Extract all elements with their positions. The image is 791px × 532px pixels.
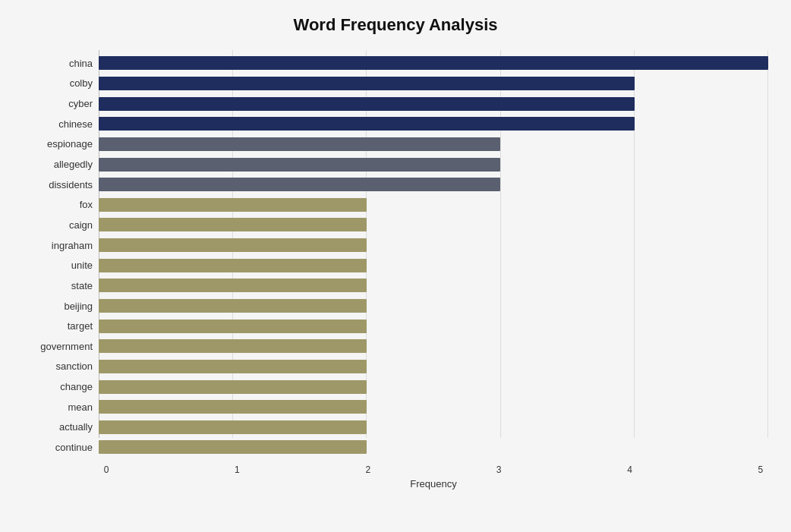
y-label: beijing — [64, 297, 93, 314]
y-label: state — [71, 277, 93, 294]
bar-row — [99, 115, 768, 132]
bar — [99, 440, 367, 454]
bar-row — [99, 318, 768, 335]
bar — [99, 400, 367, 414]
x-axis-label: 0 — [99, 464, 114, 475]
x-axis-label: 4 — [622, 464, 638, 475]
y-label: dissidents — [49, 176, 93, 193]
y-label: target — [68, 318, 93, 335]
bar-row — [99, 197, 768, 213]
y-label: change — [60, 379, 93, 395]
y-label: government — [40, 338, 93, 354]
bar-row — [99, 75, 768, 92]
bar-row — [99, 297, 768, 314]
bar — [99, 360, 367, 373]
y-label: mean — [68, 398, 93, 415]
x-axis-label: 3 — [491, 464, 506, 475]
bars-container — [99, 50, 768, 461]
bar — [99, 279, 367, 292]
bar-row — [99, 277, 768, 294]
bar-row — [99, 55, 768, 71]
bar — [99, 420, 367, 434]
bar-row — [99, 439, 768, 455]
bar — [99, 259, 367, 272]
y-axis: chinacolbycyberchineseespionageallegedly… — [23, 50, 99, 461]
bar — [99, 339, 367, 353]
bar — [99, 218, 367, 231]
bar — [99, 77, 635, 90]
y-label: fox — [80, 197, 93, 213]
bar-row — [99, 257, 768, 274]
y-label: ingraham — [52, 237, 93, 253]
bar — [99, 137, 500, 151]
x-axis-label: 5 — [753, 464, 768, 475]
bar — [99, 380, 367, 394]
y-label: cyber — [68, 96, 93, 112]
bar — [99, 299, 367, 313]
bar-row — [99, 358, 768, 375]
x-axis-title: Frequency — [99, 478, 768, 490]
bar-row — [99, 156, 768, 173]
bar-row — [99, 176, 768, 193]
y-label: actually — [59, 419, 93, 436]
bar-row — [99, 338, 768, 354]
bar — [99, 117, 635, 131]
bar — [99, 198, 367, 212]
bar-row — [99, 136, 768, 153]
bar-row — [99, 216, 768, 233]
y-label: continue — [55, 439, 93, 455]
bar — [99, 97, 635, 111]
x-axis-label: 1 — [229, 464, 244, 475]
bar-row — [99, 419, 768, 436]
bar — [99, 158, 500, 172]
bottom-area: 012345 Frequency — [99, 461, 768, 490]
bar-row — [99, 379, 768, 395]
y-label: espionage — [47, 136, 93, 153]
bar-row — [99, 398, 768, 415]
bars-and-grid — [99, 50, 768, 461]
bar-row — [99, 96, 768, 112]
y-label: china — [69, 55, 93, 71]
chart-area: chinacolbycyberchineseespionageallegedly… — [23, 50, 768, 461]
bar — [99, 238, 367, 252]
y-label: allegedly — [54, 156, 93, 173]
bar — [99, 320, 367, 333]
chart-title: Word Frequency Analysis — [23, 15, 768, 35]
bar-row — [99, 237, 768, 253]
bar — [99, 56, 768, 70]
y-label: chinese — [58, 115, 93, 132]
bar — [99, 178, 500, 191]
y-label: sanction — [56, 358, 93, 375]
y-label: colby — [70, 75, 93, 92]
y-label: unite — [71, 257, 93, 274]
x-axis-label: 2 — [361, 464, 376, 475]
chart-container: Word Frequency Analysis chinacolbycyberc… — [0, 0, 791, 532]
x-axis-labels: 012345 — [99, 461, 768, 475]
y-label: caign — [69, 216, 93, 233]
